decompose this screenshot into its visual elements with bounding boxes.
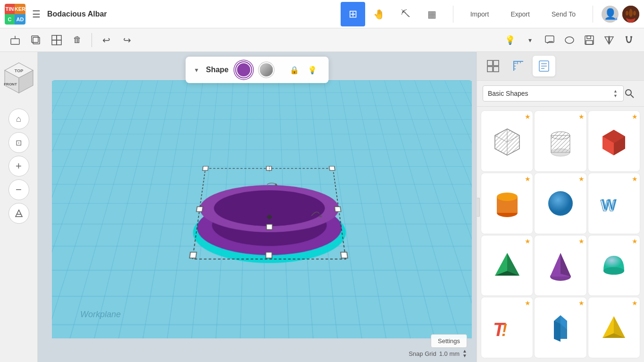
shape-card-cube-gray[interactable]: ★ (481, 110, 533, 172)
app-title: Bodacious Albar (47, 10, 107, 18)
tab-grid[interactable] (482, 56, 504, 76)
redo-button[interactable]: ↪ (117, 31, 136, 50)
lock-icon-button[interactable]: 🔒 (287, 63, 301, 77)
svg-line-56 (631, 95, 634, 98)
toolbar: 🗑 ↩ ↪ 💡 ▾ (0, 28, 644, 52)
svg-point-65 (551, 132, 570, 139)
user-avatar[interactable] (622, 6, 639, 23)
shapes-grid: ★ (477, 107, 644, 362)
svg-rect-10 (57, 40, 61, 45)
nav-grid-btn[interactable]: ⊞ (341, 2, 365, 26)
star-badge: ★ (525, 175, 531, 183)
toolbar-separator-1 (92, 33, 92, 47)
shape-card-cube-red[interactable]: ★ (588, 110, 640, 172)
shape-card-pyramid-green[interactable]: ★ (481, 235, 533, 296)
star-badge: ★ (525, 113, 531, 120)
snap-grid-stepper[interactable]: ▲ ▼ (462, 349, 467, 358)
svg-marker-26 (16, 210, 22, 217)
canvas-area[interactable]: ▾ Shape 🔒 💡 Workplane (38, 52, 477, 362)
color-swatch-purple[interactable] (236, 62, 251, 77)
shapes-search-button[interactable] (620, 84, 638, 102)
mirror-button[interactable] (600, 31, 619, 50)
shape-preview-cube-red (597, 125, 630, 158)
comment-button[interactable] (540, 31, 559, 50)
shape-preview-text-red: T ! (491, 311, 524, 344)
shape-object[interactable] (185, 161, 354, 269)
shape-card-cone-purple[interactable]: ★ (534, 235, 586, 296)
star-badge: ★ (578, 299, 585, 307)
app-logo[interactable]: TIN KER C AD (5, 4, 25, 25)
star-badge: ★ (632, 237, 638, 245)
save-button[interactable] (580, 31, 599, 50)
svg-rect-3 (11, 39, 19, 44)
shape-card-cylinder-orange[interactable]: ★ (481, 173, 533, 234)
shape-card-pyramid-yellow[interactable]: ★ (588, 297, 640, 358)
nav-build-btn[interactable]: ⛏ (393, 2, 418, 26)
svg-point-12 (565, 37, 574, 43)
star-badge: ★ (632, 175, 638, 183)
shape-panel-dropdown[interactable]: ▾ (195, 66, 198, 74)
shape-panel: ▾ Shape 🔒 💡 (185, 57, 328, 83)
right-panel-tabs (477, 52, 644, 81)
shape-preview-pyramid-yellow (597, 311, 630, 344)
nav-hand-btn[interactable]: 🤚 (367, 2, 392, 26)
shape-card-dome-cyan[interactable]: ★ (588, 235, 640, 296)
ruler-button[interactable] (560, 31, 579, 50)
left-panel: TOP FRONT ⌂ ⊡ + − (0, 52, 38, 362)
menu-icon[interactable]: ☰ (32, 8, 41, 20)
tab-notes[interactable] (533, 56, 555, 76)
shapes-header: Basic Shapes Text Featured Shape Generat… (477, 81, 644, 107)
tab-ruler[interactable] (507, 56, 530, 76)
svg-rect-14 (587, 36, 591, 39)
color-swatch-striped[interactable] (259, 62, 274, 77)
import-button[interactable]: Import (462, 7, 498, 22)
add-user-button[interactable]: 👤 + (602, 6, 619, 23)
new-workplane-button[interactable] (6, 31, 25, 50)
bulb-button[interactable]: 💡 (501, 31, 519, 50)
topbar-nav: ⊞ 🤚 ⛏ ▦ (341, 2, 444, 26)
bulb-dropdown-button[interactable]: ▾ (520, 31, 539, 50)
delete-button[interactable]: 🗑 (68, 31, 87, 50)
nav-blocks-btn[interactable]: ▦ (420, 2, 444, 26)
bulb-icon-button[interactable]: 💡 (305, 63, 319, 77)
export-button[interactable]: Export (502, 7, 538, 22)
shape-preview-cylinder-orange (491, 187, 524, 220)
svg-rect-6 (32, 36, 38, 42)
magnet-button[interactable] (619, 31, 638, 50)
svg-rect-49 (487, 67, 493, 72)
shape-card-sphere-teal[interactable]: ★ (534, 173, 586, 234)
snap-grid-value: 1.0 mm (439, 350, 460, 357)
collapse-panel-button[interactable]: ❯ (477, 198, 480, 217)
zoom-out-button[interactable]: − (8, 179, 29, 200)
settings-button[interactable]: Settings (431, 334, 467, 348)
home-view-button[interactable]: ⌂ (8, 109, 29, 129)
svg-rect-47 (487, 60, 493, 66)
logo-ker: KER (15, 4, 25, 14)
navigation-cube[interactable]: TOP FRONT (0, 57, 38, 104)
shape-preview-cone-purple (544, 249, 577, 282)
shape-card-prism-blue[interactable]: ★ (534, 297, 586, 358)
svg-point-2 (633, 11, 636, 16)
multi-copy-button[interactable] (47, 31, 66, 50)
svg-rect-8 (57, 35, 61, 40)
fit-view-button[interactable]: ⊡ (8, 132, 29, 153)
copy-workplane-button[interactable] (26, 31, 45, 50)
svg-rect-48 (493, 60, 499, 66)
main-area: TOP FRONT ⌂ ⊡ + − ▾ Shape 🔒 � (0, 52, 644, 362)
zoom-in-button[interactable]: + (8, 156, 29, 177)
shape-card-cylinder-gray[interactable]: ★ (534, 110, 586, 172)
svg-rect-7 (52, 35, 57, 40)
user-area: 👤 + (602, 6, 639, 23)
perspective-button[interactable] (8, 203, 29, 224)
shapes-category-dropdown[interactable]: Basic Shapes Text Featured Shape Generat… (483, 85, 624, 101)
send-to-button[interactable]: Send To (543, 7, 584, 22)
svg-point-55 (626, 90, 631, 95)
toolbar-right-group: 💡 ▾ (501, 31, 638, 50)
shape-preview-sphere-teal (544, 187, 577, 220)
svg-rect-9 (52, 40, 57, 45)
shape-card-text-red[interactable]: ★ T ! (481, 297, 533, 358)
star-badge: ★ (578, 113, 585, 120)
svg-point-1 (626, 11, 628, 16)
undo-button[interactable]: ↩ (97, 31, 116, 50)
shape-card-text-blue[interactable]: ★ W W (588, 173, 640, 234)
